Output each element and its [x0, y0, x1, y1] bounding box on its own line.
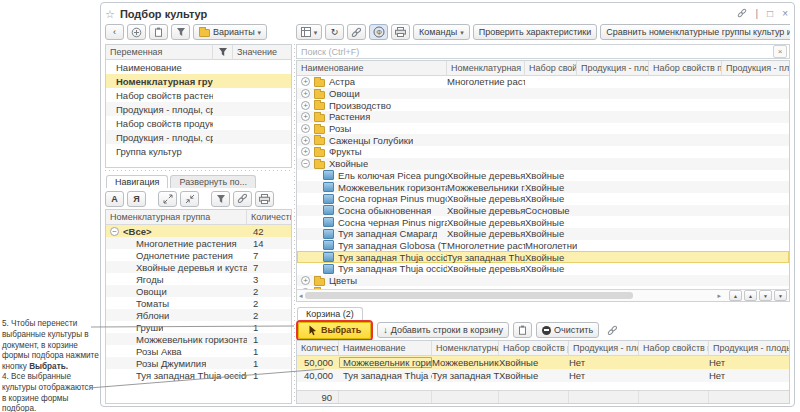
nav-link-button[interactable] — [233, 191, 252, 207]
view-mode-button[interactable]: ▾ — [296, 24, 322, 40]
tree-expander-icon[interactable]: + — [301, 124, 310, 133]
basket-link-button[interactable] — [603, 322, 622, 338]
filter-button[interactable] — [171, 24, 190, 40]
catalog-row[interactable]: Сосна обыкновеннаяХвойные деревья и куст… — [297, 205, 789, 217]
tab-navigation[interactable]: Навигация — [106, 175, 168, 188]
back-button[interactable]: ‹ — [105, 24, 124, 40]
move-down-button[interactable]: ▼ — [759, 290, 772, 301]
variable-row[interactable]: Продукция - плоды, срез — [106, 102, 291, 116]
variable-row[interactable]: Наименование — [106, 60, 291, 74]
basket-col-6[interactable]: Продукция - плоды, срез — [709, 341, 790, 355]
catalog-col-0[interactable]: Наименование — [297, 61, 447, 75]
catalog-row[interactable]: Туя западная СмарагдХвойные деревья и ку… — [297, 228, 789, 240]
catalog-col-2[interactable]: Набор свойств ... — [525, 61, 577, 75]
scrollbar-thumb[interactable] — [305, 292, 634, 299]
tab-basket[interactable]: Корзина (2) — [297, 307, 363, 320]
catalog-row[interactable]: Туя западная Thuja occidentalis Golden .… — [297, 263, 789, 275]
refresh-button[interactable]: ↻ — [325, 24, 344, 40]
variable-row[interactable]: Номенклатурная группа — [106, 74, 291, 88]
group-row[interactable]: Можжевельник горизонтальный Juniperus h.… — [106, 333, 291, 345]
nav-print-button[interactable] — [255, 191, 274, 207]
search-input[interactable] — [301, 47, 773, 57]
basket-col-4[interactable]: Продукция - плоды, срез — [569, 341, 639, 355]
scrollbar-track[interactable] — [305, 292, 716, 299]
catalog-row[interactable]: −Хвойные — [297, 158, 789, 170]
basket-col-2[interactable]: Номенклатурная группа — [432, 341, 499, 355]
group-row[interactable]: Многолетние растения14 — [106, 237, 291, 249]
catalog-col-3[interactable]: Продукция - плоды, срез — [577, 61, 649, 75]
tree-expander-icon[interactable]: + — [301, 136, 310, 145]
variables-col-value[interactable]: Значение — [233, 45, 291, 59]
commands-button[interactable]: Команды ▾ — [413, 24, 470, 40]
catalog-row[interactable]: Сосна горная Pinus mugo MughusХвойные де… — [297, 193, 789, 205]
group-row[interactable]: −<Все>42 — [106, 225, 291, 237]
group-row[interactable]: Груши1 — [106, 321, 291, 333]
group-row[interactable]: Томаты2 — [106, 297, 291, 309]
scroll-left-icon[interactable]: ◂ — [299, 292, 303, 300]
tree-expander-icon[interactable]: − — [110, 227, 119, 236]
groups-col-name[interactable]: Номенклатурная группа — [106, 210, 247, 224]
tree-expander-icon[interactable]: + — [301, 101, 310, 110]
catalog-row[interactable]: Туя западная Globosa (Thuja occidentalis… — [297, 240, 789, 252]
catalog-col-1[interactable]: Номенклатурная группа — [447, 61, 525, 75]
group-row[interactable]: Хвойные деревья и кустарники7 — [106, 261, 291, 273]
clipboard-button[interactable] — [149, 24, 168, 40]
move-bottom-button[interactable]: ▼ — [774, 290, 787, 301]
catalog-row[interactable]: +АстраМноголетние растения — [297, 76, 789, 88]
variables-filter-header[interactable] — [213, 45, 233, 59]
catalog-row[interactable]: Можжевельник горизонтальный Juniperu...М… — [297, 181, 789, 193]
add-rows-button[interactable]: ↓ Добавить строки в корзину — [377, 322, 509, 338]
variable-row[interactable]: Группа культур — [106, 144, 291, 158]
collapse-all-button[interactable] — [180, 191, 199, 207]
catalog-row[interactable]: Сосна черная Pinus nigraХвойные деревья … — [297, 216, 789, 228]
catalog-row[interactable]: Туя западная Thuja occidentalis Golden .… — [297, 251, 789, 263]
form-settings-button[interactable]: Ф — [369, 24, 388, 40]
check-characteristics-button[interactable]: Проверить характеристики — [473, 24, 598, 40]
group-row[interactable]: Розы Аква1 — [106, 345, 291, 357]
tree-expander-icon[interactable]: + — [301, 112, 310, 121]
tree-expander-icon[interactable]: + — [301, 147, 310, 156]
catalog-col-5[interactable]: Продукция - плоды, срез — [722, 61, 789, 75]
clear-basket-button[interactable]: Очистить — [536, 322, 599, 338]
catalog-row[interactable]: +Растения — [297, 111, 789, 123]
circle-plus-button[interactable] — [127, 24, 146, 40]
basket-col-0[interactable]: Количество — [297, 341, 339, 355]
group-row[interactable]: Яблони2 — [106, 309, 291, 321]
basket-row[interactable]: 50,000Можжевельник горизонтальн...Можжев… — [297, 356, 789, 369]
catalog-col-4[interactable]: Набор свойств продукции — [649, 61, 722, 75]
group-row[interactable]: Розы Джумилия1 — [106, 357, 291, 369]
tree-expander-icon[interactable]: + — [301, 77, 310, 86]
move-top-button[interactable]: ▲ — [729, 290, 742, 301]
group-row[interactable]: Туя западная Thuja occidentalis Golden B… — [106, 369, 291, 381]
link-button[interactable] — [347, 24, 366, 40]
catalog-row[interactable]: +Розы — [297, 123, 789, 135]
scroll-right-icon[interactable]: ▸ — [717, 292, 721, 300]
sort-asc-button[interactable]: А — [105, 191, 124, 207]
variants-button[interactable]: Варианты ▾ — [193, 24, 267, 40]
variable-row[interactable]: Набор свойств продукции — [106, 116, 291, 130]
move-up-button[interactable]: ▲ — [744, 290, 757, 301]
clear-search-icon[interactable]: × — [773, 45, 787, 58]
tab-expand-by[interactable]: Развернуть по... — [170, 175, 256, 188]
groups-col-count[interactable]: Количество — [247, 210, 291, 224]
expand-all-button[interactable] — [158, 191, 177, 207]
compare-groups-button[interactable]: Сравнить номенклатурные группы культур и… — [600, 24, 790, 40]
copy-button[interactable] — [513, 322, 532, 338]
favorite-star-icon[interactable]: ☆ — [105, 9, 115, 20]
catalog-row[interactable]: +Производство — [297, 99, 789, 111]
catalog-row[interactable]: Ель колючая Picea pungens HoopsiiХвойные… — [297, 170, 789, 182]
get-link-icon[interactable] — [737, 8, 747, 20]
catalog-row[interactable]: +Цветы — [297, 275, 789, 287]
group-row[interactable]: Однолетние растения7 — [106, 249, 291, 261]
tree-expander-icon[interactable]: + — [301, 276, 310, 285]
nav-filter-button[interactable] — [211, 191, 230, 207]
variable-row[interactable]: Продукция - плоды, срез — [106, 130, 291, 144]
print-button[interactable] — [391, 24, 410, 40]
basket-row[interactable]: 40,000Туя западная Thuja occidentali...Т… — [297, 369, 789, 382]
tree-expander-icon[interactable]: + — [301, 89, 310, 98]
sort-desc-button[interactable]: Я — [127, 191, 146, 207]
group-row[interactable]: Овощи2 — [106, 285, 291, 297]
variables-col-name[interactable]: Переменная — [106, 45, 213, 59]
group-row[interactable]: Ягоды3 — [106, 273, 291, 285]
maximize-icon[interactable]: □ — [767, 9, 773, 19]
